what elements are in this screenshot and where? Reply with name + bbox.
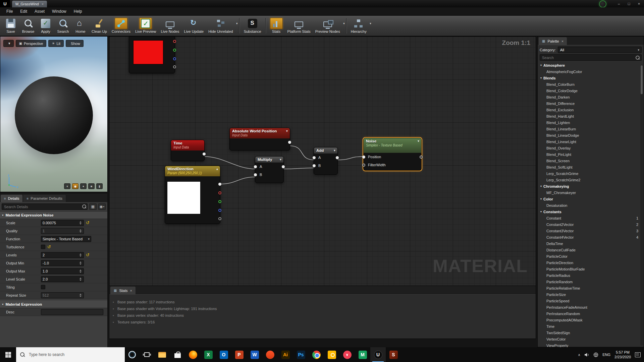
pin-multiply-output[interactable] [282,165,285,168]
taskbar-app[interactable]: O [216,347,231,362]
palette-item[interactable]: ▾ DistanceCullFade [538,247,644,253]
palette-item[interactable]: ▾ Constants [538,208,644,215]
pin-multiply-a[interactable] [254,165,257,168]
menu-item[interactable]: Help [70,7,86,15]
section-header-expression[interactable]: ▾ Material Expression [0,301,107,308]
expand-triangle-icon[interactable]: ▾ [540,197,542,200]
reset-to-default-icon[interactable]: ↺ [86,220,90,225]
taskbar-app[interactable]: W [247,347,262,362]
menu-item[interactable]: Asset [31,7,48,15]
palette-item[interactable]: ▾ Constant2Vector 2 [538,221,644,228]
tab-close-icon[interactable]: × [42,2,44,6]
lit-mode-button[interactable]: ☀ Lit [48,40,64,47]
pin-noise-position[interactable] [362,156,365,159]
document-tab[interactable]: M_GrassWind × [12,1,47,7]
palette-item[interactable]: ▾ Blend_LinearBurn [538,126,644,132]
pin-awp-output[interactable] [288,141,291,144]
palette-item[interactable]: ▾ PerInstanceRandom [538,310,644,317]
node-winddirection-param[interactable]: WindDirection ▴ Param (500,250,250,1) [165,166,220,224]
value-spinbox[interactable]: 0.00075 [41,220,84,226]
maximize-button[interactable]: □ [624,0,634,7]
palette-item[interactable]: ▾ Constant4Vector 4 [538,234,644,240]
toolbar-button[interactable]: Search ▾ [54,17,72,35]
spinner-arrows-icon[interactable] [79,261,82,265]
taskbar-app[interactable] [154,347,170,362]
spinner-arrows-icon[interactable] [79,277,82,282]
viewport-options-dropdown[interactable]: ▾ [3,40,14,47]
hidden-icons-caret[interactable]: ∧ [578,353,580,357]
taskbar-app[interactable]: U [370,347,386,362]
palette-item[interactable]: ▾ ParticleMotionBlurFade [538,266,644,272]
show-button[interactable]: Show [66,40,84,47]
palette-item[interactable]: ▾ Lerp_ScratchGrime [538,170,644,177]
value-spinbox[interactable]: 1.0 [41,268,84,274]
palette-item[interactable]: ▾ ParticleRandom [538,279,644,285]
taskbar-app[interactable]: ∨ [339,347,355,362]
toolbar-button[interactable]: Hide Unrelated ▾ [206,17,237,35]
palette-item[interactable]: ▾ Blend_ColorDodge [538,87,644,94]
language-indicator[interactable]: ENG [602,353,610,357]
palette-item[interactable]: ▾ Blends [538,75,644,81]
toolbar-button[interactable]: Clean Up ▾ [89,17,109,35]
chevron-down-icon[interactable]: ▾ [334,148,335,152]
palette-item[interactable]: ▾ Desaturation [538,202,644,208]
value-dropdown[interactable]: Simplex - Texture Based ▾ [41,236,91,242]
node-noise[interactable]: Noise ▾ Simplex - Texture Based Position… [363,138,422,171]
sphere-mesh-icon[interactable]: ● [80,183,87,189]
value-spinbox[interactable]: 512 [41,292,84,298]
tab-stats[interactable]: ▦ Stats × [110,287,136,294]
preview-viewport[interactable]: ▾ ▣ Perspective ☀ Lit Show z x ▾◉●■▮ [0,36,108,192]
spinner-arrows-icon[interactable] [79,229,82,233]
palette-item[interactable]: ▾ Chromakeying [538,183,644,189]
chevron-down-icon[interactable]: ▾ [280,158,281,161]
palette-item[interactable]: ▾ Blend_LinearDodge [538,132,644,138]
palette-item[interactable]: ▾ Blend_Darken [538,94,644,100]
spinner-arrows-icon[interactable] [79,269,82,274]
value-spinbox[interactable]: 1 [41,228,84,234]
palette-item[interactable]: ▾ MF_Chromakeyer [538,189,644,196]
pin-wind-a[interactable] [218,217,221,220]
tab-palette[interactable]: ▦ Palette × [539,37,567,45]
material-graph-canvas[interactable]: Time Input Data Absolute World Position … [109,36,536,286]
palette-item[interactable]: ▾ ParticleDirection [538,259,644,266]
taskbar-app[interactable] [262,347,278,362]
toolbar-button[interactable]: Substance ▾ [241,17,264,35]
tab-details[interactable]: ≡ Details [1,195,22,202]
palette-item[interactable]: ▾ DeltaTime [538,240,644,247]
value-textbox[interactable] [41,309,103,315]
pin-output-g[interactable] [173,49,176,52]
palette-item[interactable]: ▾ PerInstanceFadeAmount [538,304,644,310]
taskbar-app[interactable]: P [231,347,247,362]
taskbar-search[interactable] [16,347,125,362]
node-add[interactable]: Add ▾ A B [314,147,338,175]
scrollbar-thumb[interactable] [641,65,643,94]
value-spinbox[interactable]: -1.0 [41,260,84,266]
node-absolute-world-position[interactable]: Absolute World Position ▾ Input Data [229,128,290,150]
palette-item[interactable]: ▾ Blend_PinLight [538,151,644,158]
details-search-input[interactable] [2,203,88,210]
taskbar-app[interactable]: S [386,347,401,362]
visibility-filter-icon[interactable]: ◉▾ [98,203,106,210]
volume-icon[interactable] [584,352,589,357]
palette-item[interactable]: ▾ Constant3Vector 3 [538,228,644,234]
toolbar-button[interactable]: Hierarchy ▾ [348,17,371,35]
palette-item[interactable]: ▾ Blend_LinearLight [538,138,644,145]
toolbar-button[interactable]: Live Update ▾ [182,17,206,35]
preview-arrow-icon[interactable]: ▾ [64,183,70,189]
toolbar-button[interactable]: Home ▾ [72,17,89,35]
pin-output-r[interactable] [173,40,176,43]
palette-close-icon[interactable]: × [561,39,564,43]
node-constant-color[interactable] [129,36,175,73]
checkbox[interactable] [41,245,45,249]
taskbar-search-input[interactable] [28,352,112,357]
palette-item[interactable]: ▾ VertexColor [538,336,644,342]
palette-item[interactable]: ▾ ParticleSize [538,291,644,298]
expand-triangle-icon[interactable]: ▾ [540,210,542,213]
toolbar-button[interactable]: Platform Stats ▾ [285,17,313,35]
palette-item[interactable]: ▾ ParticleRelativeTime [538,285,644,291]
grid-view-icon[interactable]: ▦ [89,203,97,210]
pin-time-output[interactable] [203,153,206,156]
camera-icon[interactable]: ◉ [72,183,78,189]
palette-item[interactable]: ▾ Constant 1 [538,215,644,221]
toolbar-button[interactable]: Connectors ▾ [109,17,133,35]
